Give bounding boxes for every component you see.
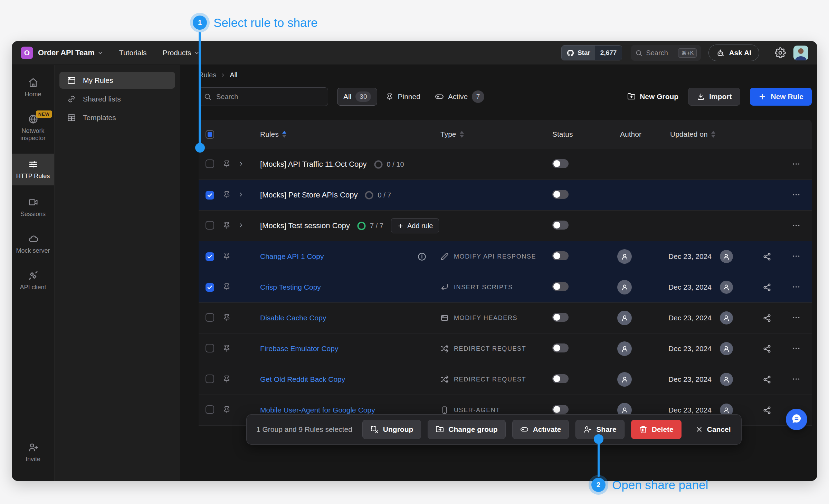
more-options-button[interactable] (790, 281, 802, 293)
table-row[interactable]: Crisp Testing CopyINSERT SCRIPTSDec 23, … (199, 272, 812, 303)
share-icon[interactable] (763, 283, 771, 292)
sort-updated[interactable] (711, 131, 715, 138)
delete-button[interactable]: Delete (631, 420, 682, 439)
filter-all[interactable]: All 30 (337, 88, 377, 106)
checkbox-cell (199, 221, 218, 231)
pin-icon[interactable] (223, 191, 231, 198)
row-checkbox[interactable] (206, 252, 214, 261)
sort-rules[interactable] (282, 131, 286, 138)
rule-name-link[interactable]: Mobile User-Agent for Google Copy (260, 406, 375, 414)
status-toggle[interactable] (552, 190, 569, 199)
table-row[interactable]: Get Old Reddit Back CopyREDIRECT REQUEST… (199, 364, 812, 395)
share-icon[interactable] (763, 314, 771, 322)
status-toggle[interactable] (552, 159, 569, 168)
filter-pinned[interactable]: Pinned (380, 88, 426, 105)
pin-icon[interactable] (223, 252, 231, 260)
more-options-button[interactable] (790, 343, 802, 355)
row-checkbox[interactable] (206, 221, 214, 230)
breadcrumb-rules[interactable]: Rules (199, 71, 216, 79)
row-checkbox[interactable] (206, 191, 214, 200)
add-rule-button[interactable]: Add rule (391, 218, 439, 233)
status-toggle[interactable] (552, 251, 569, 260)
ungroup-button[interactable]: Ungroup (362, 420, 421, 439)
chevron-right-icon[interactable] (237, 191, 245, 198)
status-toggle[interactable] (552, 282, 569, 291)
pin-icon[interactable] (223, 283, 231, 291)
pin-icon[interactable] (223, 375, 231, 383)
rules-search-input[interactable] (216, 93, 323, 101)
status-toggle[interactable] (552, 221, 569, 230)
sidebar-item-my-rules[interactable]: My Rules (59, 72, 175, 89)
user-avatar[interactable] (793, 46, 808, 60)
gear-icon[interactable] (775, 47, 786, 58)
nav-products[interactable]: Products (163, 49, 200, 57)
new-rule-button[interactable]: New Rule (750, 88, 812, 106)
pin-icon[interactable] (223, 406, 231, 414)
pin-icon[interactable] (223, 344, 231, 352)
status-toggle[interactable] (552, 405, 569, 414)
import-button[interactable]: Import (688, 88, 740, 106)
table-row[interactable]: [Mocks] Test session Copy7 / 7Add rule (199, 211, 812, 241)
rule-name-link[interactable]: Firebase Emulator Copy (260, 345, 338, 353)
sort-type[interactable] (460, 131, 464, 138)
share-icon[interactable] (763, 252, 771, 261)
new-group-button[interactable]: New Group (627, 88, 678, 106)
row-checkbox[interactable] (206, 159, 214, 168)
share-icon[interactable] (763, 345, 771, 353)
chat-widget-button[interactable] (786, 409, 807, 430)
row-checkbox[interactable] (206, 375, 214, 383)
pin-icon[interactable] (223, 221, 231, 229)
chevron-right-icon[interactable] (237, 222, 245, 229)
filter-active[interactable]: Active 7 (429, 88, 490, 105)
rail-item-home[interactable]: Home (12, 73, 54, 102)
table-row[interactable]: Change API 1 CopyMODIFY API RESPONSEDec … (199, 241, 812, 272)
more-options-button[interactable] (790, 158, 802, 170)
info-icon[interactable] (417, 252, 427, 261)
share-icon[interactable] (763, 375, 771, 384)
row-checkbox[interactable] (206, 344, 214, 352)
rule-name-link[interactable]: Change API 1 Copy (260, 252, 324, 261)
more-options-button[interactable] (790, 374, 802, 385)
workspace-logo[interactable]: O (21, 47, 33, 59)
more-options-button[interactable] (790, 312, 802, 324)
cancel-button[interactable]: Cancel (688, 420, 739, 439)
workspace-name[interactable]: Order API Team (38, 48, 95, 57)
rule-name-link[interactable]: Disable Cache Copy (260, 314, 326, 322)
rail-item-invite[interactable]: Invite (12, 438, 54, 467)
status-toggle[interactable] (552, 374, 569, 383)
change-group-button[interactable]: Change group (428, 420, 505, 439)
status-toggle[interactable] (552, 313, 569, 322)
status-toggle[interactable] (552, 343, 569, 352)
more-options-button[interactable] (790, 220, 802, 232)
row-checkbox[interactable] (206, 405, 214, 414)
sidebar-item-shared-lists[interactable]: Shared lists (59, 90, 175, 107)
share-icon[interactable] (763, 406, 771, 415)
table-row[interactable]: Firebase Emulator CopyREDIRECT REQUESTDe… (199, 333, 812, 364)
rail-item-mock-server[interactable]: Mock server (12, 230, 54, 259)
pencil-icon (440, 252, 449, 261)
rail-item-http-rules[interactable]: HTTP Rules (12, 154, 54, 185)
activate-button[interactable]: Activate (512, 420, 569, 439)
rail-item-network-inspector[interactable]: NEWNetwork inspector (12, 110, 54, 146)
rail-item-api-client[interactable]: API client (12, 266, 54, 295)
select-all-checkbox[interactable] (206, 130, 214, 139)
chevron-down-icon[interactable] (97, 50, 103, 56)
rail-item-sessions[interactable]: Sessions (12, 193, 54, 222)
ask-ai-button[interactable]: Ask AI (708, 45, 759, 61)
table-row[interactable]: [Mocks] API Traffic 11.Oct Copy0 / 10 (199, 149, 812, 180)
github-star-widget[interactable]: Star 2,677 (561, 45, 622, 60)
row-checkbox[interactable] (206, 283, 214, 292)
pin-icon[interactable] (223, 160, 231, 168)
more-options-button[interactable] (790, 189, 802, 201)
chevron-right-icon[interactable] (237, 160, 245, 167)
global-search[interactable]: Search ⌘+K (631, 45, 701, 61)
table-row[interactable]: Disable Cache CopyMODIFY HEADERSDec 23, … (199, 303, 812, 333)
rule-name-link[interactable]: Get Old Reddit Back Copy (260, 375, 345, 384)
rule-name-link[interactable]: Crisp Testing Copy (260, 283, 321, 291)
nav-tutorials[interactable]: Tutorials (119, 49, 147, 57)
pin-icon[interactable] (223, 313, 231, 321)
table-row[interactable]: [Mocks] Pet Store APIs Copy0 / 7 (199, 180, 812, 211)
sidebar-item-templates[interactable]: Templates (59, 109, 175, 126)
row-checkbox[interactable] (206, 313, 214, 322)
more-options-button[interactable] (790, 251, 802, 262)
